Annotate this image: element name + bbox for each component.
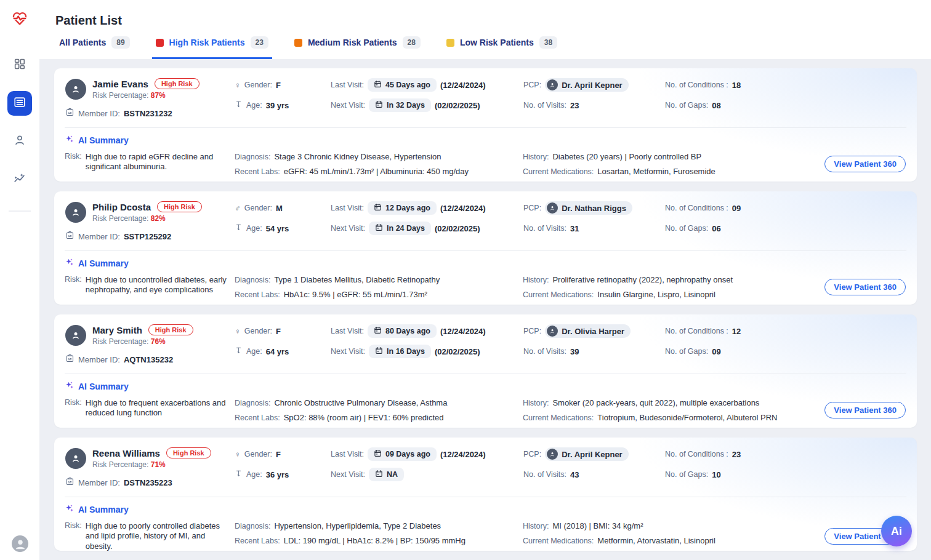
tab-label: High Risk Patients (169, 38, 245, 47)
sidebar-item-analytics[interactable] (7, 167, 32, 192)
height-icon (235, 100, 243, 110)
conditions-field: No. of Conditions : 12 (665, 324, 906, 338)
last-visit-field: Last Visit: 45 Days ago (12/24/2024) (331, 78, 523, 92)
patient-avatar-icon (65, 202, 86, 223)
patient-list: Jamie Evans High Risk Risk Percentage: 8… (54, 68, 917, 560)
patient-card: Mary Smith High Risk Risk Percentage: 76… (54, 314, 917, 428)
calendar-icon (375, 100, 383, 110)
user-avatar[interactable] (12, 535, 28, 552)
patient-card: Reena Williams High Risk Risk Percentage… (54, 438, 917, 551)
member-id: Member ID: SSTP125292 (65, 231, 235, 242)
patient-card-top: Reena Williams High Risk Risk Percentage… (54, 438, 917, 488)
patient-name: Reena Williams (92, 448, 160, 458)
recent-labs-line: Recent Labs: eGFR: 45 mL/min/1.73m² | Al… (235, 167, 523, 176)
pcp-field: PCP: Dr. Olivia Harper (523, 324, 665, 338)
calendar-icon (375, 223, 383, 233)
analytics-icon (13, 172, 26, 188)
demographics-column: ♂ Gender: M Age: 54 yrs (235, 201, 331, 242)
gender-icon: ♀ (235, 81, 241, 90)
calendar-icon (374, 80, 382, 90)
sparkle-icon (65, 134, 75, 146)
conditions-field: No. of Conditions : 23 (665, 447, 906, 461)
patient-card-top: Mary Smith High Risk Risk Percentage: 76… (54, 314, 917, 365)
visits-count-field: No. of Visits: 39 (523, 345, 665, 358)
counts-column: No. of Conditions : 09 No. of Gaps: 06 (665, 201, 906, 242)
gender-field: ♀ Gender: F (235, 324, 331, 338)
risk-summary: Risk: High due to frequent exacerbations… (65, 398, 235, 422)
diagnosis-block: Diagnosis: Type 1 Diabetes Mellitus, Dia… (235, 275, 523, 299)
ai-summary-section: AI Summary Risk: High due to rapid eGFR … (54, 128, 917, 176)
patient-card: Jamie Evans High Risk Risk Percentage: 8… (54, 68, 917, 182)
counts-column: No. of Conditions : 18 No. of Gaps: 08 (665, 78, 906, 119)
pcp-column: PCP: Dr. Olivia Harper No. of Visits: 39 (523, 324, 665, 365)
next-visit-chip: NA (369, 468, 404, 481)
tab-count-badge: 89 (111, 36, 129, 49)
page-title: Patient List (55, 14, 122, 28)
heartbeat-logo (11, 10, 28, 27)
id-card-icon (65, 477, 75, 488)
sidebar (0, 0, 39, 560)
next-visit-field: Next Visit: NA (331, 468, 523, 481)
gender-icon: ♀ (235, 450, 241, 459)
counts-column: No. of Conditions : 12 No. of Gaps: 09 (665, 324, 906, 365)
pcp-field: PCP: Dr. Nathan Riggs (523, 201, 665, 215)
high-risk-badge: High Risk (166, 447, 211, 458)
visits-count-field: No. of Visits: 23 (523, 98, 665, 112)
tab-high-risk-patients[interactable]: High Risk Patients23 (152, 36, 272, 59)
recent-labs-line: Recent Labs: SpO2: 88% (room air) | FEV1… (235, 413, 523, 422)
id-card-icon (65, 231, 75, 242)
tab-all-patients[interactable]: All Patients89 (55, 36, 134, 59)
age-field: Age: 64 yrs (235, 345, 331, 358)
ai-summary-title: AI Summary (78, 258, 129, 268)
id-card-icon (65, 354, 75, 365)
risk-color-square-icon (446, 39, 454, 47)
ai-summary-title: AI Summary (78, 135, 129, 145)
history-block: History: Smoker (20 pack-years, quit 202… (523, 398, 824, 422)
gender-icon: ♀ (235, 327, 241, 336)
conditions-field: No. of Conditions : 09 (665, 201, 906, 215)
view-patient-360-button[interactable]: View Patient 360 (824, 156, 906, 172)
risk-percentage: Risk Percentage: 71% (92, 460, 211, 469)
risk-summary: Risk: High due to poorly controlled diab… (65, 521, 235, 551)
ai-assistant-button[interactable]: Ai (881, 516, 912, 546)
height-icon (235, 470, 243, 479)
visits-column: Last Visit: 09 Days ago (12/24/2024) N (331, 447, 523, 488)
tab-medium-risk-patients[interactable]: Medium Risk Patients28 (291, 36, 424, 59)
view-patient-360-button[interactable]: View Patient 360 (824, 402, 906, 418)
last-visit-field: Last Visit: 09 Days ago (12/24/2024) (331, 447, 523, 461)
patient-name: Mary Smith (92, 325, 142, 335)
header: Patient List All Patients89High Risk Pat… (39, 0, 931, 59)
counts-column: No. of Conditions : 23 No. of Gaps: 10 (665, 447, 906, 488)
view-patient-360-button[interactable]: View Patient 360 (824, 279, 906, 295)
height-icon (235, 223, 243, 233)
pcp-chip: Dr. April Kepner (545, 447, 628, 461)
member-id: Member ID: BSTN231232 (65, 108, 235, 119)
gender-field: ♂ Gender: M (235, 201, 331, 215)
pcp-field: PCP: Dr. April Kepner (523, 78, 665, 92)
visits-count-field: No. of Visits: 43 (523, 468, 665, 481)
next-visit-chip: In 24 Days (369, 222, 431, 235)
medications-line: Current Medications: Tiotropium, Budeson… (523, 413, 824, 422)
visits-count-field: No. of Visits: 31 (523, 222, 665, 235)
member-id: Member ID: AQTN135232 (65, 354, 235, 365)
tab-low-risk-patients[interactable]: Low Risk Patients38 (443, 36, 561, 59)
gaps-field: No. of Gaps: 09 (665, 345, 906, 358)
patient-avatar-icon (65, 448, 86, 469)
gender-icon: ♂ (235, 204, 241, 213)
sidebar-item-patient-list[interactable] (7, 91, 32, 116)
gaps-field: No. of Gaps: 10 (665, 468, 906, 481)
risk-color-square-icon (156, 39, 164, 47)
sidebar-item-profile[interactable] (7, 129, 32, 154)
age-field: Age: 54 yrs (235, 222, 331, 235)
sidebar-item-dashboard[interactable] (7, 53, 32, 78)
calendar-icon (374, 449, 382, 459)
visits-column: Last Visit: 80 Days ago (12/24/2024) N (331, 324, 523, 365)
last-visit-field: Last Visit: 12 Days ago (12/24/2024) (331, 201, 523, 215)
height-icon (235, 346, 243, 356)
diagnosis-line: Diagnosis: Type 1 Diabetes Mellitus, Dia… (235, 275, 523, 284)
next-visit-field: Next Visit: In 24 Days (02/02/2025) (331, 222, 523, 235)
patient-name: Jamie Evans (92, 79, 148, 89)
pcp-column: PCP: Dr. April Kepner No. of Visits: 43 (523, 447, 665, 488)
history-block: History: Diabetes (20 years) | Poorly co… (523, 152, 824, 176)
medications-line: Current Medications: Insulin Glargine, L… (523, 290, 824, 299)
